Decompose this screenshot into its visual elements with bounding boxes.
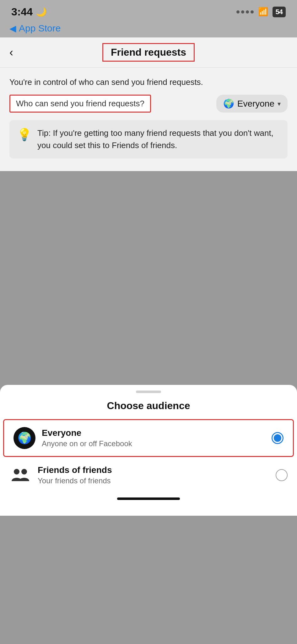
who-can-label: Who can send you friend requests? xyxy=(9,95,151,113)
app-store-label[interactable]: App Store xyxy=(19,23,61,34)
everyone-button-label: Everyone xyxy=(237,99,274,109)
chevron-down-icon: ▾ xyxy=(278,100,281,108)
sheet-handle-wrapper xyxy=(0,385,297,396)
nav-bar: ‹ Friend requests xyxy=(0,37,297,68)
sheet-handle xyxy=(136,391,161,393)
friends-of-friends-radio[interactable] xyxy=(276,469,288,481)
audience-option-friends-of-friends[interactable]: Friends of friends Your friends of frien… xyxy=(0,457,297,493)
home-indicator xyxy=(0,493,297,503)
people-icon-svg xyxy=(11,467,30,483)
everyone-icon-circle: 🌍 xyxy=(14,427,35,449)
friends-icon xyxy=(9,464,31,486)
globe-filled-icon: 🌍 xyxy=(18,431,32,445)
svg-point-0 xyxy=(14,469,19,475)
moon-icon: 🌙 xyxy=(36,7,47,17)
signal-icon xyxy=(236,10,254,14)
status-bar: 3:44 🌙 📶 54 xyxy=(0,0,297,21)
back-button[interactable]: ‹ xyxy=(9,46,28,59)
everyone-dropdown-button[interactable]: 🌍 Everyone ▾ xyxy=(216,95,288,113)
tip-box: 💡 Tip: If you're getting too many friend… xyxy=(9,120,288,158)
friends-of-friends-title: Friends of friends xyxy=(38,465,269,475)
status-time: 3:44 🌙 xyxy=(11,6,47,18)
globe-icon: 🌍 xyxy=(223,98,234,109)
everyone-text: Everyone Anyone on or off Facebook xyxy=(42,428,265,448)
friends-of-friends-text: Friends of friends Your friends of frien… xyxy=(38,465,269,485)
gray-background-area xyxy=(0,171,297,385)
sheet-title: Choose audience xyxy=(0,396,297,419)
friends-of-friends-subtitle: Your friends of friends xyxy=(38,476,269,485)
bottom-sheet: Choose audience 🌍 Everyone Anyone on or … xyxy=(0,385,297,516)
radio-inner-dot xyxy=(274,434,281,442)
everyone-subtitle: Anyone on or off Facebook xyxy=(42,439,265,448)
tip-text: Tip: If you're getting too many friend r… xyxy=(37,127,280,152)
everyone-radio-selected[interactable] xyxy=(272,432,284,444)
app-store-nav-bar: ◀ App Store xyxy=(0,21,297,37)
lightbulb-icon: 💡 xyxy=(17,128,32,142)
audience-option-everyone[interactable]: 🌍 Everyone Anyone on or off Facebook xyxy=(3,419,294,457)
who-can-row: Who can send you friend requests? 🌍 Ever… xyxy=(9,95,288,113)
everyone-title: Everyone xyxy=(42,428,265,438)
wifi-icon: 📶 xyxy=(258,7,268,17)
control-description: You're in control of who can send you fr… xyxy=(9,76,288,88)
page-title: Friend requests xyxy=(102,43,195,62)
svg-point-1 xyxy=(21,469,27,475)
status-right: 📶 54 xyxy=(236,7,286,17)
home-bar xyxy=(117,497,180,500)
battery-indicator: 54 xyxy=(273,7,286,17)
main-content: You're in control of who can send you fr… xyxy=(0,68,297,171)
app-store-back-chevron: ◀ xyxy=(9,23,16,34)
